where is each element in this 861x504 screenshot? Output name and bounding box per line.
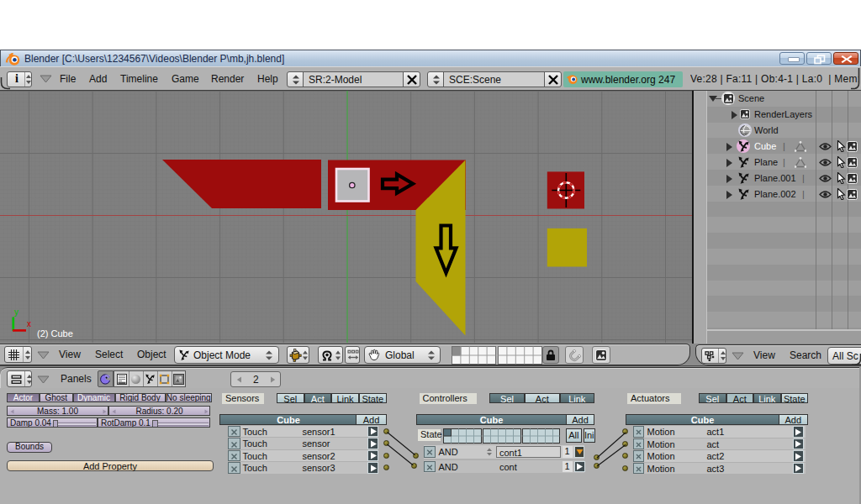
svg-text:x: x <box>27 319 31 328</box>
svg-text:(2) Cube: (2) Cube <box>37 328 73 339</box>
svg-text:y: y <box>14 307 18 317</box>
